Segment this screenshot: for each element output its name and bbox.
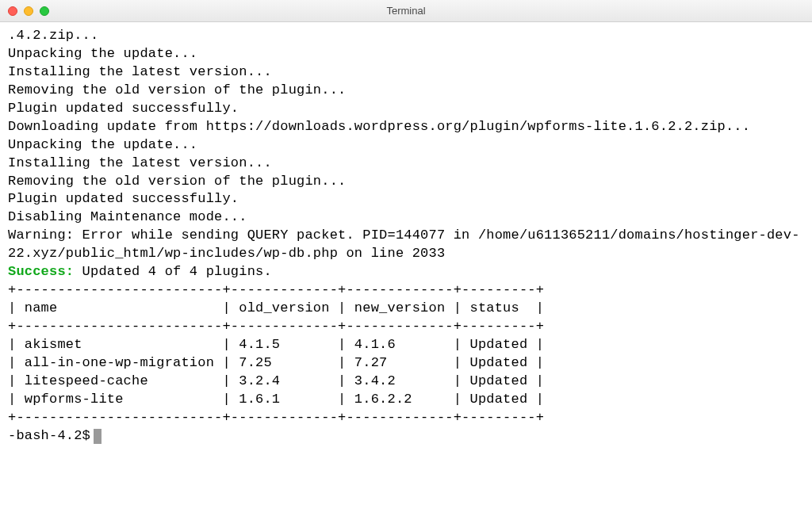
output-line: Downloading update from https://download…	[8, 119, 750, 134]
terminal-output[interactable]: .4.2.zip... Unpacking the update... Inst…	[0, 22, 812, 453]
table-border: +-------------------------+-------------…	[8, 282, 544, 297]
output-line: Installing the latest version...	[8, 64, 272, 79]
output-line: Removing the old version of the plugin..…	[8, 174, 346, 189]
maximize-icon[interactable]	[40, 6, 49, 16]
minimize-icon[interactable]	[24, 6, 33, 16]
table-border: +-------------------------+-------------…	[8, 319, 544, 334]
table-row: | all-in-one-wp-migration | 7.25 | 7.27 …	[8, 355, 544, 370]
output-line: .4.2.zip...	[8, 28, 98, 43]
output-line: Disabling Maintenance mode...	[8, 209, 247, 224]
cursor-icon[interactable]	[94, 429, 102, 444]
output-line: Installing the latest version...	[8, 155, 272, 170]
output-line: Unpacking the update...	[8, 137, 197, 152]
window-titlebar: Terminal	[0, 0, 812, 22]
output-line: Removing the old version of the plugin..…	[8, 82, 346, 98]
output-line: Warning: Error while sending QUERY packe…	[8, 228, 800, 261]
window-title: Terminal	[0, 5, 812, 17]
shell-prompt: -bash-4.2$	[8, 427, 90, 445]
close-icon[interactable]	[8, 6, 17, 16]
table-border: +-------------------------+-------------…	[8, 410, 544, 425]
table-row: | litespeed-cache | 3.2.4 | 3.4.2 | Upda…	[8, 373, 544, 388]
output-line: Plugin updated successfully.	[8, 101, 239, 116]
table-row: | wpforms-lite | 1.6.1 | 1.6.2.2 | Updat…	[8, 392, 544, 407]
table-row: | akismet | 4.1.5 | 4.1.6 | Updated |	[8, 337, 544, 352]
traffic-lights	[0, 6, 49, 16]
success-message: Updated 4 of 4 plugins.	[74, 264, 272, 279]
table-header: | name | old_version | new_version | sta…	[8, 300, 544, 315]
output-line: Plugin updated successfully.	[8, 191, 239, 206]
success-label: Success:	[8, 264, 74, 279]
output-line: Unpacking the update...	[8, 46, 197, 61]
